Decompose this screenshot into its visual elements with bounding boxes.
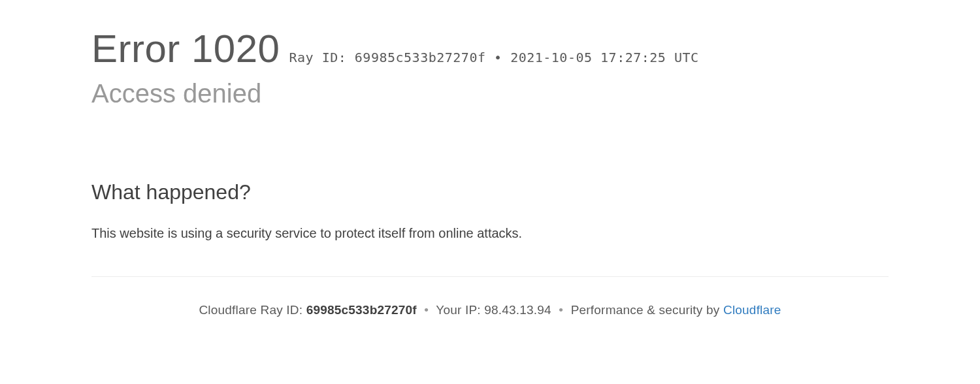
footer-separator: • [424, 303, 429, 317]
footer-separator: • [559, 303, 563, 317]
error-header: Error 1020 Ray ID: 69985c533b27270f • 20… [91, 26, 889, 71]
footer-perf-label: Performance & security by [571, 303, 720, 317]
footer-ray-label: Cloudflare Ray ID: [199, 303, 302, 317]
section-heading: What happened? [91, 180, 562, 204]
footer-ip-value: 98.43.13.94 [484, 303, 551, 317]
error-title: Error 1020 [91, 26, 280, 71]
footer-ip-label: Your IP: [436, 303, 481, 317]
error-page-container: Error 1020 Ray ID: 69985c533b27270f • 20… [0, 0, 980, 244]
ray-id-value: 69985c533b27270f [355, 50, 486, 65]
section-body: This website is using a security service… [91, 223, 562, 244]
bullet-separator: • [494, 50, 502, 65]
error-subtitle: Access denied [91, 79, 889, 108]
divider [91, 276, 889, 277]
ray-id-info: Ray ID: 69985c533b27270f • 2021-10-05 17… [289, 50, 698, 65]
cloudflare-link[interactable]: Cloudflare [723, 303, 781, 317]
footer-ray-id: 69985c533b27270f [306, 303, 417, 317]
timestamp: 2021-10-05 17:27:25 UTC [510, 50, 698, 65]
explanation-section: What happened? This website is using a s… [91, 180, 562, 244]
footer: Cloudflare Ray ID: 69985c533b27270f • Yo… [0, 303, 980, 317]
ray-id-label: Ray ID: [289, 50, 346, 65]
